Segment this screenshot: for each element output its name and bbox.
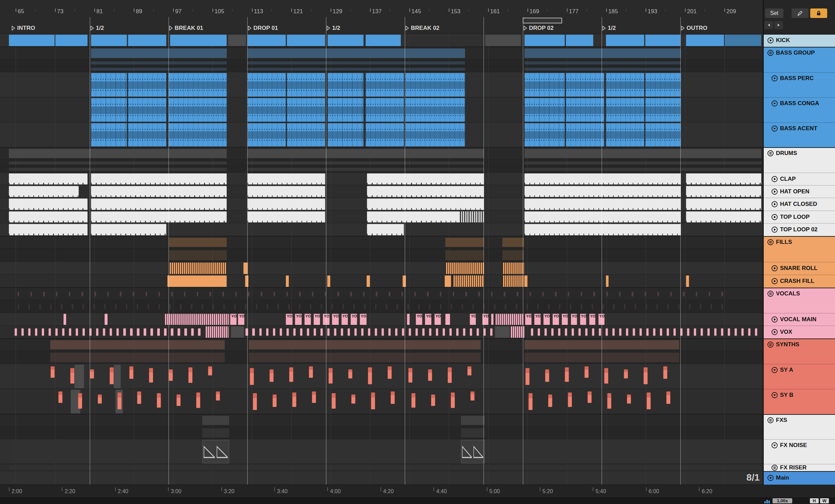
clip[interactable] bbox=[42, 328, 44, 336]
track-header-snare-roll[interactable]: SNARE ROLL bbox=[764, 262, 835, 275]
clip[interactable] bbox=[168, 123, 227, 147]
clip[interactable] bbox=[328, 123, 364, 147]
clip[interactable] bbox=[429, 328, 431, 336]
clip[interactable] bbox=[477, 328, 479, 336]
clip[interactable] bbox=[584, 366, 589, 377]
clip[interactable] bbox=[328, 73, 364, 97]
clip[interactable] bbox=[463, 328, 465, 336]
clip[interactable] bbox=[91, 173, 227, 185]
clip[interactable] bbox=[328, 35, 364, 46]
clip[interactable] bbox=[348, 328, 350, 336]
clip[interactable] bbox=[606, 73, 644, 97]
bar-ruler[interactable] bbox=[0, 0, 763, 34]
clip[interactable] bbox=[247, 123, 286, 147]
clip[interactable] bbox=[91, 35, 127, 46]
clip[interactable] bbox=[366, 123, 404, 147]
clip[interactable] bbox=[645, 123, 681, 147]
track-lane-top-loop-02[interactable] bbox=[0, 223, 763, 236]
clip[interactable] bbox=[245, 275, 248, 287]
clip[interactable] bbox=[150, 328, 153, 336]
track-lane-bass-conga[interactable] bbox=[0, 97, 763, 122]
clip[interactable]: YO bbox=[238, 314, 244, 325]
clip[interactable] bbox=[408, 368, 412, 383]
track-header-bass-group[interactable]: BASS GROUP bbox=[764, 47, 835, 72]
clip[interactable] bbox=[566, 98, 604, 122]
clip[interactable] bbox=[686, 211, 761, 222]
clip[interactable] bbox=[292, 392, 296, 407]
clip[interactable] bbox=[266, 328, 268, 336]
track-header-fx-riser[interactable]: FX RISER bbox=[764, 464, 835, 471]
clip[interactable] bbox=[252, 328, 255, 336]
clip[interactable]: YO bbox=[304, 314, 311, 325]
clip[interactable] bbox=[273, 394, 277, 407]
clip[interactable] bbox=[178, 328, 180, 336]
clip[interactable] bbox=[328, 98, 364, 122]
clip[interactable] bbox=[646, 328, 649, 336]
clip[interactable] bbox=[250, 368, 254, 385]
clip[interactable] bbox=[327, 328, 330, 336]
locator-outro[interactable]: OUTRO bbox=[681, 25, 707, 32]
clip[interactable] bbox=[431, 394, 435, 406]
arrangement-area[interactable]: YOYOYOYOYOYOYOYOYOYOYOYOYOYOYOYOYOYOYOYO… bbox=[0, 0, 763, 504]
clip[interactable] bbox=[680, 328, 683, 336]
clip[interactable] bbox=[103, 328, 105, 336]
locator-1-2[interactable]: 1/2 bbox=[90, 25, 104, 32]
clip[interactable]: YO bbox=[351, 314, 357, 325]
track-lane-top-loop[interactable] bbox=[0, 211, 763, 223]
clip[interactable]: YO bbox=[360, 314, 367, 325]
clip[interactable] bbox=[307, 328, 309, 336]
track-header-hat-open[interactable]: HAT OPEN bbox=[764, 185, 835, 198]
clip[interactable] bbox=[741, 328, 744, 336]
clip[interactable] bbox=[157, 328, 160, 336]
clip[interactable] bbox=[137, 328, 139, 336]
clip[interactable] bbox=[524, 198, 681, 210]
clip[interactable] bbox=[287, 98, 325, 122]
clip[interactable] bbox=[171, 328, 173, 336]
play-icon[interactable] bbox=[771, 316, 778, 323]
clip[interactable] bbox=[129, 366, 133, 379]
clip[interactable] bbox=[78, 393, 82, 409]
clip[interactable] bbox=[351, 394, 355, 404]
nav-right-icon[interactable] bbox=[774, 21, 783, 29]
clip[interactable] bbox=[495, 326, 510, 338]
clip[interactable] bbox=[9, 211, 88, 222]
track-header-hat-closed[interactable]: HAT CLOSED bbox=[764, 198, 835, 211]
track-header-bass-conga[interactable]: BASS CONGA bbox=[764, 97, 835, 122]
clip[interactable] bbox=[157, 393, 161, 408]
clip[interactable]: YO bbox=[562, 314, 568, 325]
clip[interactable] bbox=[686, 198, 761, 210]
clip[interactable]: YO bbox=[598, 314, 605, 325]
clip[interactable] bbox=[663, 366, 667, 379]
clip[interactable] bbox=[91, 73, 127, 97]
clip[interactable] bbox=[327, 275, 330, 287]
track-lane-vocal-main[interactable]: YOYOYOYOYOYOYOYOYOYOYOYOYOYOYOYOYOYOYOYO… bbox=[0, 313, 763, 326]
clip[interactable] bbox=[216, 391, 220, 401]
clip[interactable] bbox=[588, 391, 592, 403]
clip[interactable] bbox=[309, 366, 313, 377]
clip[interactable] bbox=[735, 328, 737, 336]
clip[interactable] bbox=[606, 123, 644, 147]
track-lane-drums-group[interactable] bbox=[0, 147, 763, 160]
clip[interactable] bbox=[405, 123, 465, 147]
clip[interactable] bbox=[524, 275, 527, 287]
track-header-bass-perc[interactable]: BASS PERC bbox=[764, 72, 835, 97]
clip[interactable] bbox=[375, 328, 377, 336]
clip[interactable] bbox=[231, 326, 244, 338]
clip[interactable] bbox=[245, 328, 248, 336]
clip[interactable] bbox=[51, 366, 55, 377]
clip[interactable] bbox=[332, 393, 336, 409]
fold-arrow-icon[interactable] bbox=[771, 442, 778, 449]
clip[interactable] bbox=[300, 328, 302, 336]
clip[interactable] bbox=[448, 367, 452, 383]
clip[interactable] bbox=[660, 328, 662, 336]
clip[interactable] bbox=[443, 328, 445, 336]
clip[interactable] bbox=[58, 391, 62, 403]
group-icon[interactable] bbox=[767, 150, 774, 157]
locator-intro[interactable]: INTRO bbox=[11, 25, 35, 32]
clip[interactable] bbox=[467, 366, 471, 375]
clip[interactable] bbox=[405, 98, 465, 122]
clip[interactable] bbox=[470, 328, 472, 336]
clip[interactable] bbox=[524, 35, 565, 46]
clip[interactable] bbox=[128, 98, 166, 122]
clip[interactable] bbox=[9, 35, 55, 46]
